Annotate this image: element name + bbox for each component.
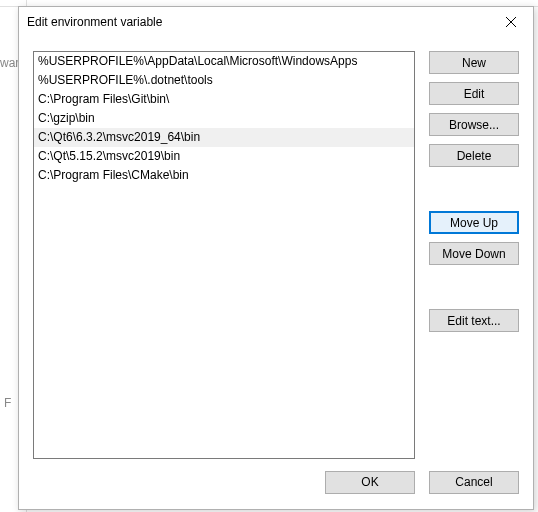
ok-button[interactable]: OK xyxy=(325,471,415,494)
cancel-button[interactable]: Cancel xyxy=(429,471,519,494)
list-item[interactable]: C:\Program Files\Git\bin\ xyxy=(34,90,414,109)
list-item[interactable]: C:\gzip\bin xyxy=(34,109,414,128)
path-entries-listbox[interactable]: %USERPROFILE%\AppData\Local\Microsoft\Wi… xyxy=(33,51,415,459)
dialog-title: Edit environment variable xyxy=(27,15,488,29)
close-icon xyxy=(506,17,516,27)
move-up-button[interactable]: Move Up xyxy=(429,211,519,234)
delete-button[interactable]: Delete xyxy=(429,144,519,167)
new-button[interactable]: New xyxy=(429,51,519,74)
parent-label-fragment-2: F xyxy=(4,396,11,410)
list-item[interactable]: C:\Program Files\CMake\bin xyxy=(34,166,414,185)
edit-button[interactable]: Edit xyxy=(429,82,519,105)
move-down-button[interactable]: Move Down xyxy=(429,242,519,265)
titlebar: Edit environment variable xyxy=(19,7,533,37)
close-button[interactable] xyxy=(488,7,533,37)
list-item[interactable]: C:\Qt\5.15.2\msvc2019\bin xyxy=(34,147,414,166)
list-item[interactable]: %USERPROFILE%\AppData\Local\Microsoft\Wi… xyxy=(34,52,414,71)
browse-button[interactable]: Browse... xyxy=(429,113,519,136)
edit-env-var-dialog: Edit environment variable %USERPROFILE%\… xyxy=(18,6,534,510)
list-item[interactable]: C:\Qt6\6.3.2\msvc2019_64\bin xyxy=(34,128,414,147)
dialog-footer: OK Cancel xyxy=(19,459,533,509)
edit-text-button[interactable]: Edit text... xyxy=(429,309,519,332)
list-item[interactable]: %USERPROFILE%\.dotnet\tools xyxy=(34,71,414,90)
side-button-column: New Edit Browse... Delete Move Up Move D… xyxy=(429,51,519,459)
